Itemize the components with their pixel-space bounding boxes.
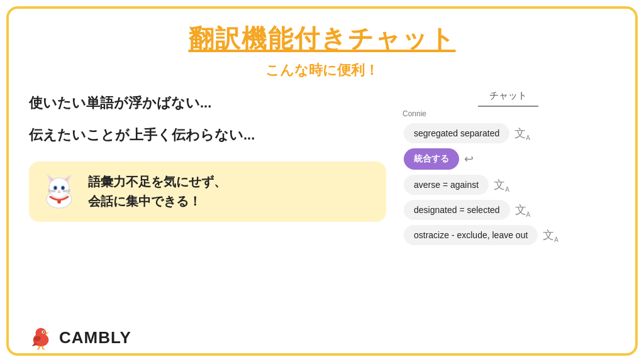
chat-tab[interactable]: チャット	[478, 87, 538, 107]
point-2: 伝えたいことが上手く伝わらない...	[29, 124, 386, 145]
chat-panel: チャット Connie segregated separated 文A 統合する…	[401, 87, 615, 344]
main-container: 翻訳機能付きチャット こんな時に便利！ 使いたい単語が浮かばない... 伝えたい…	[6, 6, 638, 356]
svg-point-9	[62, 187, 64, 189]
highlight-text: 語彙力不足を気にせず、 会話に集中できる！	[88, 172, 226, 211]
bubble-2: 統合する	[404, 148, 459, 170]
svg-line-25	[42, 346, 43, 349]
title-area: 翻訳機能付きチャット	[29, 21, 615, 56]
cambly-bird-icon	[29, 326, 53, 349]
cambly-logo: CAMBLY	[29, 326, 131, 349]
translate-icon-4[interactable]: 文A	[515, 202, 531, 218]
point-1: 使いたい単語が浮かばない...	[29, 92, 386, 113]
message-1: segregated separated 文A	[404, 123, 613, 143]
left-side: 使いたい単語が浮かばない... 伝えたいことが上手く伝わらない...	[29, 87, 386, 344]
bubble-3: averse = against	[404, 175, 489, 195]
undo-icon[interactable]: ↩	[464, 152, 474, 166]
subtitle: こんな時に便利！	[29, 61, 615, 80]
svg-point-10	[58, 190, 60, 192]
chat-tab-bar: チャット	[401, 87, 615, 107]
translate-icon-3[interactable]: 文A	[494, 177, 509, 193]
message-2: 統合する ↩	[404, 148, 613, 170]
translate-icon-5[interactable]: 文A	[543, 228, 558, 243]
main-title: 翻訳機能付きチャット	[189, 25, 456, 52]
svg-point-16	[58, 201, 60, 203]
message-4: designated = selected 文A	[404, 200, 613, 220]
svg-point-21	[43, 331, 44, 332]
content-area: 使いたい単語が浮かばない... 伝えたいことが上手く伝わらない...	[29, 87, 615, 344]
highlight-box: 語彙力不足を気にせず、 会話に集中できる！	[29, 162, 386, 222]
cambly-brand-text: CAMBLY	[59, 328, 131, 348]
message-3: averse = against 文A	[404, 175, 613, 195]
cat-icon	[39, 172, 79, 212]
bubble-5: ostracize - exclude, leave out	[404, 225, 538, 245]
bubble-1: segregated separated	[404, 123, 509, 143]
svg-line-24	[38, 346, 40, 349]
svg-point-8	[55, 187, 57, 189]
translate-icon-1[interactable]: 文A	[514, 126, 530, 141]
chat-messages: segregated separated 文A 統合する ↩ averse = …	[401, 119, 615, 248]
message-5: ostracize - exclude, leave out 文A	[404, 225, 613, 245]
sender-label: Connie	[402, 109, 615, 118]
bubble-4: designated = selected	[404, 200, 510, 220]
